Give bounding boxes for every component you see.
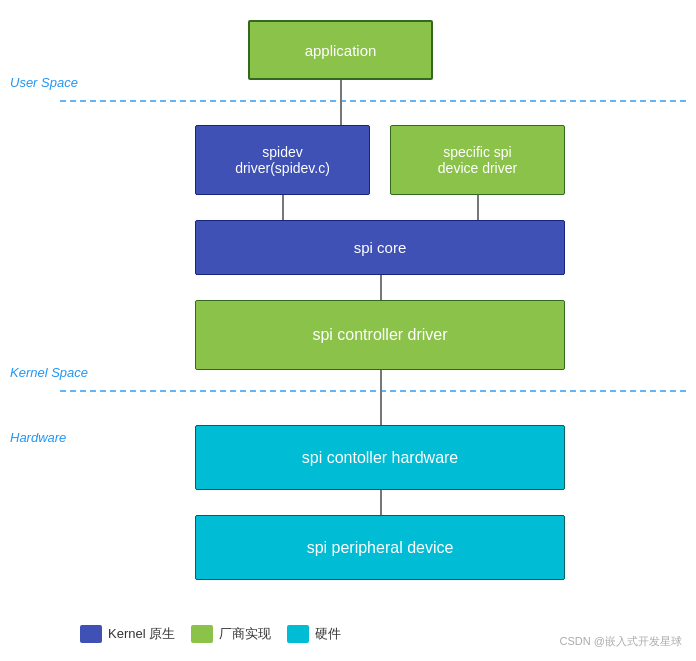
conn-hw-peripheral bbox=[380, 490, 382, 515]
legend-kernel-label: Kernel 原生 bbox=[108, 625, 175, 643]
specific-spi-box: specific spidevice driver bbox=[390, 125, 565, 195]
watermark: CSDN @嵌入式开发星球 bbox=[560, 634, 682, 649]
conn-app-spidev bbox=[340, 80, 342, 125]
kernel-separator bbox=[60, 390, 686, 392]
legend-kernel: Kernel 原生 bbox=[80, 625, 175, 643]
legend-hardware-label: 硬件 bbox=[315, 625, 341, 643]
legend: Kernel 原生 厂商实现 硬件 bbox=[80, 625, 341, 643]
user-separator bbox=[60, 100, 686, 102]
hardware-label: Hardware bbox=[10, 430, 66, 445]
application-box: application bbox=[248, 20, 433, 80]
spi-controller-hw-box: spi contoller hardware bbox=[195, 425, 565, 490]
conn-spidev-core bbox=[282, 195, 284, 220]
legend-vendor-label: 厂商实现 bbox=[219, 625, 271, 643]
legend-kernel-color bbox=[80, 625, 102, 643]
legend-hardware: 硬件 bbox=[287, 625, 341, 643]
conn-core-ctrl bbox=[380, 275, 382, 300]
diagram: User Space Kernel Space Hardware applica… bbox=[0, 0, 696, 661]
conn-specific-core bbox=[477, 195, 479, 220]
user-space-label: User Space bbox=[10, 75, 78, 90]
legend-vendor: 厂商实现 bbox=[191, 625, 271, 643]
conn-ctrl-hw bbox=[380, 370, 382, 425]
legend-vendor-color bbox=[191, 625, 213, 643]
spi-controller-driver-box: spi controller driver bbox=[195, 300, 565, 370]
spidev-driver-box: spidevdriver(spidev.c) bbox=[195, 125, 370, 195]
spi-peripheral-box: spi peripheral device bbox=[195, 515, 565, 580]
legend-hardware-color bbox=[287, 625, 309, 643]
spi-core-box: spi core bbox=[195, 220, 565, 275]
kernel-space-label: Kernel Space bbox=[10, 365, 88, 380]
